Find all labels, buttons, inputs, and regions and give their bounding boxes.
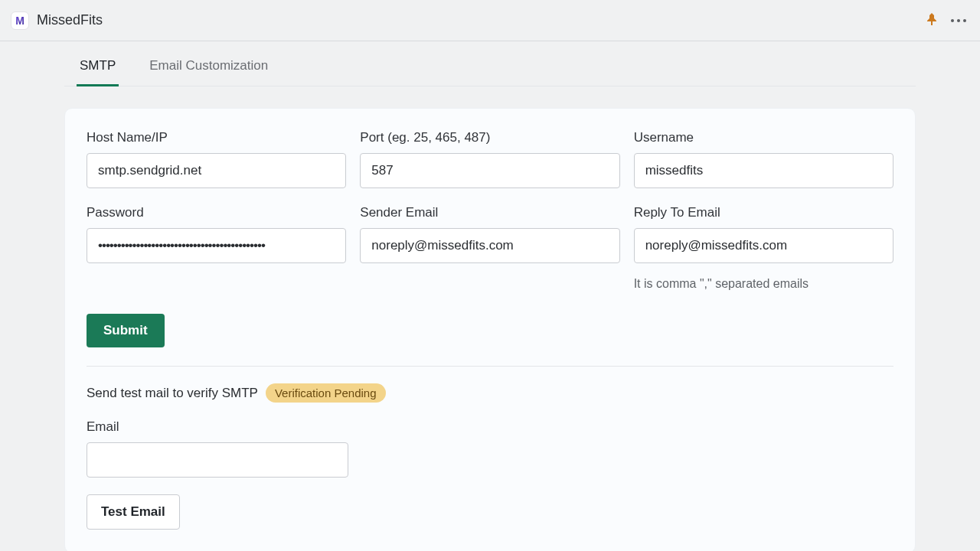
- host-input[interactable]: [87, 153, 346, 188]
- test-email-button[interactable]: Test Email: [87, 494, 180, 530]
- password-label: Password: [87, 205, 346, 220]
- submit-button[interactable]: Submit: [87, 314, 165, 347]
- password-input[interactable]: [87, 228, 346, 263]
- sender-input[interactable]: [360, 228, 619, 263]
- tab-smtp[interactable]: SMTP: [77, 49, 119, 86]
- port-label: Port (eg. 25, 465, 487): [360, 130, 619, 145]
- status-badge: Verification Pending: [266, 383, 386, 403]
- app-title: MissedFits: [37, 12, 103, 28]
- pin-icon[interactable]: [926, 13, 937, 28]
- reply-to-helper: It is comma "," separated emails: [634, 277, 893, 291]
- divider: [87, 366, 893, 367]
- reply-to-label: Reply To Email: [634, 205, 893, 220]
- field-password: Password: [87, 205, 346, 291]
- verify-text: Send test mail to verify SMTP: [87, 386, 258, 401]
- tabs: SMTP Email Customization: [64, 41, 916, 86]
- test-email-input[interactable]: [87, 442, 348, 478]
- content: SMTP Email Customization Host Name/IP Po…: [0, 41, 980, 551]
- tab-email-customization[interactable]: Email Customization: [146, 49, 271, 86]
- more-icon[interactable]: [951, 19, 966, 22]
- host-label: Host Name/IP: [87, 130, 346, 145]
- submit-row: Submit: [87, 314, 893, 347]
- field-username: Username: [634, 130, 893, 188]
- field-reply-to: Reply To Email It is comma "," separated…: [634, 205, 893, 291]
- topbar-left: M MissedFits: [11, 11, 103, 30]
- topbar: M MissedFits: [0, 0, 980, 41]
- field-sender: Sender Email: [360, 205, 619, 291]
- topbar-right: [926, 13, 969, 28]
- sender-label: Sender Email: [360, 205, 619, 220]
- test-email-label: Email: [87, 419, 348, 435]
- port-input[interactable]: [360, 153, 619, 188]
- app-logo-letter: M: [15, 15, 24, 27]
- verify-row: Send test mail to verify SMTP Verificati…: [87, 383, 893, 403]
- reply-to-input[interactable]: [634, 228, 893, 263]
- test-section: Email Test Email: [87, 419, 893, 530]
- form-grid: Host Name/IP Port (eg. 25, 465, 487) Use…: [87, 130, 893, 291]
- field-host: Host Name/IP: [87, 130, 346, 188]
- field-test-email: Email: [87, 419, 348, 478]
- username-label: Username: [634, 130, 893, 145]
- field-port: Port (eg. 25, 465, 487): [360, 130, 619, 188]
- username-input[interactable]: [634, 153, 893, 188]
- app-logo: M: [11, 11, 29, 30]
- settings-card: Host Name/IP Port (eg. 25, 465, 487) Use…: [64, 108, 916, 551]
